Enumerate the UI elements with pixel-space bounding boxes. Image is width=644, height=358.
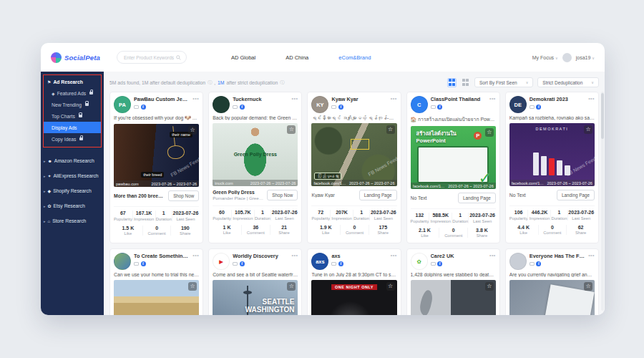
- more-menu-button[interactable]: •••: [391, 96, 397, 101]
- more-menu-button[interactable]: •••: [192, 96, 199, 101]
- ad-creative[interactable]: ☆: [411, 280, 496, 315]
- ad-domain-link[interactable]: facebook.com/11...: [413, 184, 446, 188]
- ad-domain-link[interactable]: pawbau.com: [116, 182, 139, 186]
- user-avatar[interactable]: [562, 53, 572, 62]
- creative-overlay-text: ပြည်မှနေရာ: [314, 173, 341, 180]
- username-menu[interactable]: josa19 ∨: [576, 55, 595, 60]
- advertiser-name[interactable]: Demokrati 2023: [530, 96, 585, 102]
- list-view-button[interactable]: [461, 78, 470, 87]
- grid-view-button[interactable]: [447, 78, 457, 87]
- favorite-star-icon[interactable]: ☆: [287, 125, 296, 134]
- more-menu-button[interactable]: •••: [292, 96, 298, 101]
- nav-item-ecom-brand[interactable]: eCom&Brand: [338, 54, 371, 61]
- ad-creative[interactable]: ☆: [509, 280, 595, 315]
- advertiser-avatar[interactable]: [509, 253, 527, 270]
- sidebar-item-new-trending[interactable]: New Trending: [44, 99, 101, 110]
- more-menu-button[interactable]: •••: [588, 96, 595, 101]
- cta-button[interactable]: Landing Page: [359, 190, 397, 200]
- advertiser-name[interactable]: Care2 UK: [431, 253, 487, 259]
- sidebar-item-featured-ads[interactable]: ◈Featured Ads: [44, 87, 101, 99]
- cards-row-2: To Create Something Exceptio... f ••• Ca…: [109, 248, 599, 315]
- advertiser-avatar[interactable]: [213, 96, 230, 113]
- advertiser-avatar[interactable]: axs: [311, 253, 328, 270]
- ad-creative[interactable]: ☆ facebook.com/10... 2023-07-26 ~ 2023-0…: [311, 123, 396, 186]
- more-menu-button[interactable]: •••: [192, 253, 199, 258]
- favorite-star-icon[interactable]: ☆: [584, 125, 592, 134]
- advertiser-name[interactable]: Everyone Has The Freedom To...: [530, 253, 585, 259]
- ad-creative[interactable]: ☆ tnuck.com 2023-07-26 ~ 2023-07-26 Gree…: [213, 123, 298, 186]
- advertiser-avatar[interactable]: ✿: [411, 253, 428, 270]
- advertiser-name[interactable]: Worldly Discovery: [233, 253, 288, 259]
- strict-dedup-link[interactable]: 1M: [218, 80, 224, 85]
- ad-creative[interactable]: ☆: [114, 280, 199, 315]
- stat-impression: 167.1KImpression: [132, 211, 155, 221]
- cta-button[interactable]: Landing Page: [458, 193, 496, 203]
- sidebar-item-copy-ideas[interactable]: Copy Ideas: [44, 133, 101, 145]
- my-focus-menu[interactable]: My Focus ∨: [532, 55, 558, 60]
- info-icon[interactable]: ⓘ: [280, 79, 284, 86]
- sort-dropdown[interactable]: Sort By First Seen ∨: [474, 77, 533, 87]
- socialpeta-logo[interactable]: SocialPeta: [51, 52, 117, 63]
- more-menu-button[interactable]: •••: [489, 253, 496, 258]
- advertiser-name[interactable]: axs: [331, 253, 387, 259]
- facebook-icon: f: [536, 105, 541, 110]
- search-input[interactable]: [122, 54, 176, 61]
- ad-research-group: ⚑ Ad Research ◈Featured AdsNew TrendingT…: [43, 74, 102, 147]
- sidebar-item-ad-research[interactable]: ⚑ Ad Research: [44, 76, 101, 87]
- advertiser-avatar[interactable]: C: [411, 96, 428, 113]
- favorite-star-icon[interactable]: ☆: [485, 128, 494, 137]
- vertical-scrollbar[interactable]: [601, 92, 604, 311]
- advertiser-name[interactable]: Kyaw Kyar: [331, 96, 387, 102]
- ad-creative[interactable]: ☆ SEATTLE WASHINGTON: [213, 280, 298, 315]
- advertiser-avatar[interactable]: PA: [114, 96, 131, 113]
- cta-button[interactable]: Shop Now: [168, 190, 199, 201]
- nav-item-ad-global[interactable]: AD Global: [231, 54, 255, 61]
- card-header: To Create Something Exceptio... f •••: [114, 253, 199, 270]
- advertiser-name[interactable]: To Create Something Exceptio...: [134, 253, 190, 259]
- sidebar-item-amazon-research[interactable]: ▸☻Amazon Research: [41, 153, 104, 168]
- advertiser-name[interactable]: ClassPoint Thailand: [431, 96, 487, 102]
- sidebar-item-etsy-research[interactable]: ▸✿Etsy Research: [41, 198, 104, 213]
- ad-domain-link[interactable]: tnuck.com: [215, 181, 233, 185]
- favorite-star-icon[interactable]: ☆: [287, 282, 296, 291]
- sidebar-item-store-research[interactable]: ▸⌂Store Research: [41, 213, 104, 228]
- cta-row: Kyaw Kyar Landing Page: [311, 189, 396, 201]
- favorite-star-icon[interactable]: ☆: [188, 126, 197, 135]
- product-search-box[interactable]: [117, 51, 187, 64]
- advertiser-avatar[interactable]: KY: [311, 96, 328, 113]
- ad-domain-link[interactable]: facebook.com/10...: [313, 181, 346, 185]
- sidebar-item-aliexpress-research[interactable]: ▸✦AliExpress Research: [41, 168, 104, 183]
- favorite-star-icon[interactable]: ☆: [188, 282, 197, 291]
- advertiser-name[interactable]: Tuckernuck: [233, 96, 288, 102]
- ad-creative[interactable]: ☆ pawbau.com 2023-07-26 ~ 2023-07-26 the…: [114, 124, 199, 187]
- more-menu-button[interactable]: •••: [588, 253, 595, 258]
- ad-creative[interactable]: ☆ facebook.com/11... 2023-07-26 ~ 2023-0…: [411, 126, 496, 189]
- more-menu-button[interactable]: •••: [489, 96, 496, 101]
- platform-icons: f: [233, 261, 288, 266]
- favorite-star-icon[interactable]: ☆: [386, 282, 395, 291]
- cta-button[interactable]: Landing Page: [557, 190, 595, 200]
- info-icon[interactable]: ⓘ: [208, 79, 212, 86]
- favorite-star-icon[interactable]: ☆: [485, 282, 494, 291]
- more-menu-button[interactable]: •••: [292, 253, 298, 258]
- ad-creative[interactable]: ☆ facebook.com/10... 2023-07-26 ~ 2023-0…: [509, 123, 595, 186]
- ad-card: axs axs f ••• Tune in on July 28 at 9:30…: [307, 248, 401, 315]
- stat-popularity: 72Popularity: [311, 210, 330, 221]
- advertiser-avatar[interactable]: [114, 253, 131, 270]
- favorite-star-icon[interactable]: ☆: [584, 282, 592, 291]
- cta-button[interactable]: Shop Now: [267, 190, 298, 200]
- sidebar-item-shopify-research[interactable]: ▸◆Shopify Research: [41, 183, 104, 198]
- chevron-down-icon: ∨: [591, 80, 594, 84]
- sidebar-item-top-charts[interactable]: Top Charts: [44, 110, 101, 122]
- advertiser-avatar[interactable]: ▶: [213, 253, 230, 270]
- dedup-dropdown[interactable]: Strict Deduplication ∨: [537, 77, 599, 87]
- sidebar-item-display-ads[interactable]: Display Ads: [44, 122, 101, 133]
- nav-item-ad-china[interactable]: AD China: [286, 54, 308, 61]
- favorite-star-icon[interactable]: ☆: [386, 125, 395, 134]
- advertiser-avatar[interactable]: DE: [509, 96, 527, 113]
- advertiser-name[interactable]: PawBau Custom Jewelry: [134, 96, 190, 102]
- more-menu-button[interactable]: •••: [391, 253, 397, 258]
- ad-creative[interactable]: ☆ ONE NIGHT ONLY: [311, 280, 396, 315]
- chevron-right-icon: ▸: [44, 159, 46, 163]
- ad-domain-link[interactable]: facebook.com/10...: [512, 181, 545, 185]
